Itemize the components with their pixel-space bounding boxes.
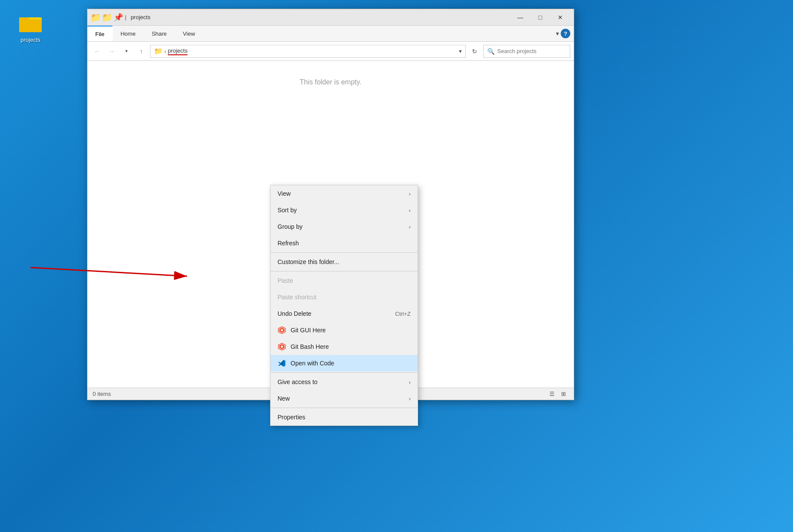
chevron-down-icon[interactable]: ▾ <box>556 30 559 37</box>
status-items-count: 0 items <box>93 391 111 397</box>
file-explorer-window: 📁 📁 📌 | projects — □ ✕ File Home Share V… <box>87 9 574 400</box>
ctx-group-by-label: Group by <box>278 223 405 230</box>
ctx-undo-delete-label: Undo Delete <box>278 310 391 317</box>
title-bar: 📁 📁 📌 | projects — □ ✕ <box>87 9 574 26</box>
path-folder-icon: 📁 <box>154 47 163 55</box>
tab-home[interactable]: Home <box>113 26 144 41</box>
ctx-customize[interactable]: Customize this folder... <box>271 254 418 270</box>
ribbon-expand: ▾ ? <box>552 26 574 41</box>
ctx-separator-1 <box>271 252 418 253</box>
tab-share[interactable]: Share <box>144 26 175 41</box>
ctx-open-with-code-label: Open with Code <box>291 360 411 367</box>
details-view-button[interactable]: ☰ <box>547 390 557 398</box>
ctx-open-with-code[interactable]: Open with Code <box>271 355 418 371</box>
ctx-new-arrow: › <box>409 395 411 402</box>
main-content: This folder is empty. View › Sort by › G… <box>87 61 574 388</box>
help-icon[interactable]: ? <box>561 29 570 38</box>
svg-point-5 <box>281 329 283 331</box>
ctx-give-access[interactable]: Give access to › <box>271 374 418 390</box>
ctx-group-by[interactable]: Group by › <box>271 218 418 235</box>
ctx-properties-label: Properties <box>278 414 411 421</box>
address-path[interactable]: 📁 › projects ▾ <box>150 45 466 58</box>
ctx-properties[interactable]: Properties <box>271 409 418 425</box>
ctx-give-access-label: Give access to <box>278 378 405 385</box>
ctx-paste[interactable]: Paste <box>271 272 418 289</box>
dropdown-button[interactable]: ▾ <box>120 45 133 57</box>
ctx-sort-by-label: Sort by <box>278 207 405 214</box>
ctx-git-bash[interactable]: Git Bash Here <box>271 338 418 355</box>
ctx-new[interactable]: New › <box>271 390 418 407</box>
tab-file[interactable]: File <box>87 26 113 41</box>
tiles-view-button[interactable]: ⊞ <box>558 390 569 398</box>
close-button[interactable]: ✕ <box>550 9 570 26</box>
path-text: projects <box>168 47 188 55</box>
maximize-button[interactable]: □ <box>530 9 550 26</box>
path-chevron: › <box>164 49 166 54</box>
ctx-sort-by[interactable]: Sort by › <box>271 202 418 218</box>
search-input[interactable] <box>497 48 566 54</box>
view-buttons: ☰ ⊞ <box>547 390 569 398</box>
search-box[interactable]: 🔍 <box>483 45 570 58</box>
ctx-view[interactable]: View › <box>271 185 418 202</box>
refresh-button[interactable]: ↻ <box>468 45 481 57</box>
ctx-separator-2 <box>271 271 418 271</box>
ctx-git-gui-label: Git GUI Here <box>291 327 411 334</box>
back-button[interactable]: ← <box>91 45 103 57</box>
up-button[interactable]: ↑ <box>135 45 147 57</box>
context-menu: View › Sort by › Group by › Refresh <box>270 185 418 426</box>
title-folder-icon-2: 📁 <box>102 13 112 22</box>
ctx-view-arrow: › <box>409 191 411 197</box>
ctx-give-access-arrow: › <box>409 379 411 385</box>
title-bar-separator: | <box>125 14 126 20</box>
desktop-folder-icon[interactable]: projects <box>13 13 48 43</box>
search-icon: 🔍 <box>487 48 495 55</box>
ctx-paste-shortcut[interactable]: Paste shortcut <box>271 289 418 305</box>
svg-point-8 <box>281 346 283 348</box>
forward-button[interactable]: → <box>106 45 118 57</box>
ctx-separator-3 <box>271 372 418 373</box>
path-dropdown-icon[interactable]: ▾ <box>459 48 462 54</box>
git-bash-icon <box>278 342 286 351</box>
git-gui-icon <box>278 326 286 335</box>
window-title: projects <box>130 14 508 20</box>
ctx-customize-label: Customize this folder... <box>278 258 411 265</box>
ctx-new-label: New <box>278 395 405 402</box>
ctx-undo-delete[interactable]: Undo Delete Ctrl+Z <box>271 305 418 322</box>
ctx-view-label: View <box>278 190 405 197</box>
title-folder-icon-1: 📁 <box>91 13 100 22</box>
minimize-button[interactable]: — <box>510 9 530 26</box>
ctx-refresh[interactable]: Refresh <box>271 235 418 251</box>
ctx-refresh-label: Refresh <box>278 240 411 247</box>
ctx-group-by-arrow: › <box>409 224 411 230</box>
ribbon: File Home Share View ▾ ? <box>87 26 574 42</box>
folder-svg <box>19 13 42 34</box>
ctx-separator-4 <box>271 408 418 408</box>
vscode-icon <box>278 359 286 368</box>
ctx-undo-delete-shortcut: Ctrl+Z <box>395 311 411 317</box>
ribbon-tabs: File Home Share View ▾ ? <box>87 26 574 41</box>
ctx-git-bash-label: Git Bash Here <box>291 343 411 350</box>
desktop-icon-label: projects <box>20 37 40 43</box>
title-bar-icons: 📁 📁 📌 | <box>91 13 126 22</box>
window-controls: — □ ✕ <box>510 9 570 26</box>
ctx-git-gui[interactable]: Git GUI Here <box>271 322 418 338</box>
ctx-sort-by-arrow: › <box>409 207 411 214</box>
ctx-paste-label: Paste <box>278 277 411 284</box>
ctx-paste-shortcut-label: Paste shortcut <box>278 294 411 301</box>
title-pin-icon: 📌 <box>114 13 123 22</box>
empty-folder-message: This folder is empty. <box>300 78 361 86</box>
address-bar: ← → ▾ ↑ 📁 › projects ▾ ↻ 🔍 <box>87 42 574 61</box>
tab-view[interactable]: View <box>175 26 203 41</box>
